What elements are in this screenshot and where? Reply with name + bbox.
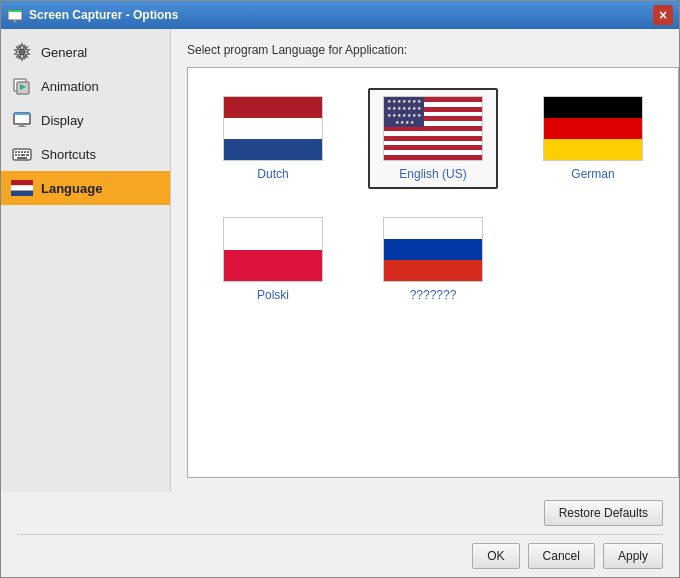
sidebar-item-general[interactable]: General (1, 35, 170, 69)
language-item-dutch[interactable]: Dutch (208, 88, 338, 189)
display-icon (11, 109, 33, 131)
svg-rect-15 (24, 151, 26, 153)
window-title: Screen Capturer - Options (29, 8, 178, 22)
svg-rect-14 (21, 151, 23, 153)
action-row: OK Cancel Apply (17, 534, 663, 569)
svg-rect-1 (8, 10, 22, 12)
sidebar-item-shortcuts[interactable]: Shortcuts (1, 137, 170, 171)
language-label-dutch: Dutch (257, 167, 288, 181)
main-content: General Animation (1, 29, 679, 492)
content-title: Select program Language for Application: (187, 43, 679, 57)
language-item-polski[interactable]: Polski (208, 209, 338, 310)
restore-defaults-button[interactable]: Restore Defaults (544, 500, 663, 526)
options-window: Screen Capturer - Options × General (0, 0, 680, 578)
svg-rect-22 (11, 180, 33, 185)
titlebar: Screen Capturer - Options × (1, 1, 679, 29)
svg-rect-12 (15, 151, 17, 153)
app-icon (7, 7, 23, 23)
svg-rect-24 (11, 191, 33, 196)
sidebar-item-display[interactable]: Display (1, 103, 170, 137)
svg-rect-13 (18, 151, 20, 153)
flag-dutch (223, 96, 323, 161)
sidebar: General Animation (1, 29, 171, 492)
animation-icon (11, 75, 33, 97)
sidebar-item-language[interactable]: Language (1, 171, 170, 205)
svg-rect-17 (15, 154, 17, 156)
language-panel: Dutch ★ (187, 67, 679, 478)
sidebar-label-language: Language (41, 181, 102, 196)
svg-rect-10 (18, 126, 26, 127)
ok-button[interactable]: OK (472, 543, 519, 569)
language-item-russian[interactable]: ??????? (368, 209, 498, 310)
sidebar-label-display: Display (41, 113, 84, 128)
sidebar-label-shortcuts: Shortcuts (41, 147, 96, 162)
sidebar-label-animation: Animation (41, 79, 99, 94)
gear-icon (11, 41, 33, 63)
keyboard-icon (11, 143, 33, 165)
svg-rect-8 (14, 113, 30, 115)
content-area: Select program Language for Application:… (171, 29, 679, 492)
language-item-german[interactable]: German (528, 88, 658, 189)
language-grid: Dutch ★ (208, 88, 658, 310)
flag-polish (223, 217, 323, 282)
language-label-german: German (571, 167, 614, 181)
close-button[interactable]: × (653, 5, 673, 25)
svg-rect-23 (11, 185, 33, 190)
language-label-russian: ??????? (410, 288, 457, 302)
sidebar-label-general: General (41, 45, 87, 60)
svg-rect-16 (27, 151, 29, 153)
bottom-area: Restore Defaults OK Cancel Apply (1, 492, 679, 577)
flag-russian (383, 217, 483, 282)
svg-rect-19 (21, 154, 25, 156)
cancel-button[interactable]: Cancel (528, 543, 595, 569)
restore-row: Restore Defaults (17, 500, 663, 526)
svg-point-2 (14, 20, 17, 23)
flag-german (543, 96, 643, 161)
apply-button[interactable]: Apply (603, 543, 663, 569)
flag-us: ★★★★★ ★★★★★ ★★★★★ ★★★★★ ★★★★★ (383, 96, 483, 161)
flag-icon (11, 177, 33, 199)
svg-point-3 (19, 49, 25, 55)
language-label-polski: Polski (257, 288, 289, 302)
sidebar-item-animation[interactable]: Animation (1, 69, 170, 103)
language-item-english-us[interactable]: ★★★★★ ★★★★★ ★★★★★ ★★★★★ ★★★★★ English (U… (368, 88, 498, 189)
titlebar-left: Screen Capturer - Options (7, 7, 178, 23)
svg-rect-20 (26, 154, 29, 156)
svg-rect-18 (18, 154, 20, 156)
svg-rect-9 (20, 124, 24, 126)
svg-rect-21 (17, 157, 27, 159)
language-label-english-us: English (US) (399, 167, 466, 181)
